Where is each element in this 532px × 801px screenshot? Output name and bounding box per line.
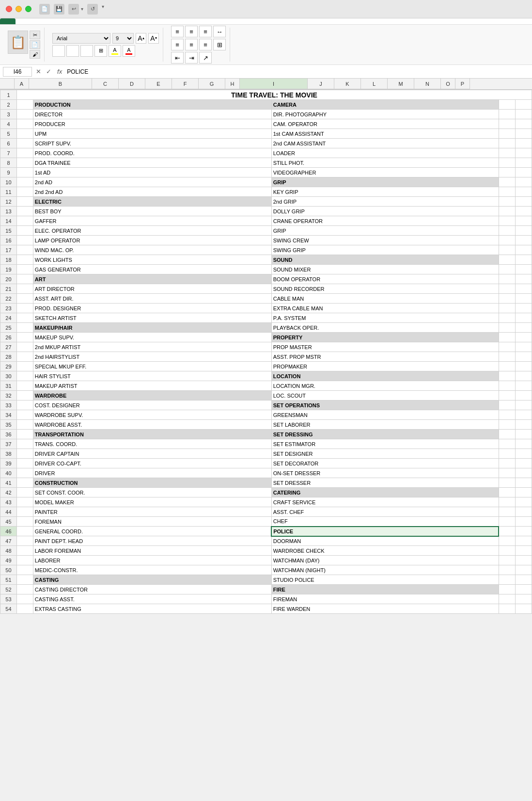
cell-38-p[interactable] <box>515 449 532 459</box>
cell-38-i[interactable]: SET DESIGNER <box>271 449 499 459</box>
cell-11-b[interactable]: 2nd 2nd AD <box>33 187 271 197</box>
cell-43-b[interactable]: MODEL MAKER <box>33 497 271 507</box>
cell-54-b[interactable]: EXTRAS CASTING <box>33 604 271 614</box>
table-row[interactable]: 21ART DIRECTORSOUND RECORDER <box>0 284 532 294</box>
cell-25-o[interactable] <box>499 323 515 333</box>
cell-14-b[interactable]: GAFFER <box>33 216 271 226</box>
cell-47-b[interactable]: PAINT DEPT. HEAD <box>33 536 271 546</box>
cell-30-i[interactable]: LOCATION <box>271 371 499 381</box>
cell-31-p[interactable] <box>515 381 532 391</box>
table-row[interactable]: 18WORK LIGHTSSOUND <box>0 255 532 265</box>
cell-7-a[interactable] <box>16 148 33 158</box>
cell-18-i[interactable]: SOUND <box>271 255 499 265</box>
cell-7-p[interactable] <box>515 148 532 158</box>
cell-35-o[interactable] <box>499 420 515 430</box>
cell-42-p[interactable] <box>515 488 532 497</box>
col-header-o[interactable]: O <box>441 79 455 89</box>
cell-49-a[interactable] <box>16 556 33 565</box>
table-row[interactable]: 33COST. DESIGNERSET OPERATIONS <box>0 400 532 410</box>
tab-formulas[interactable] <box>47 18 62 24</box>
cell-21-i[interactable]: SOUND RECORDER <box>271 284 499 294</box>
cell-51-a[interactable] <box>16 575 33 585</box>
cell-11-a[interactable] <box>16 187 33 197</box>
cell-31-a[interactable] <box>16 381 33 391</box>
cell-41-a[interactable] <box>16 478 33 488</box>
fill-color-button[interactable]: A <box>109 45 121 57</box>
cell-20-b[interactable]: ART <box>33 274 271 284</box>
cell-24-a[interactable] <box>16 313 33 323</box>
table-row[interactable]: 272nd MKUP ARTISTPROP MASTER <box>0 342 532 352</box>
cell-14-a[interactable] <box>16 216 33 226</box>
cell-10-i[interactable]: GRIP <box>271 177 499 187</box>
font-color-button[interactable]: A <box>123 45 135 57</box>
formula-input[interactable] <box>67 68 529 75</box>
cell-37-i[interactable]: SET ESTIMATOR <box>271 439 499 449</box>
cell-23-o[interactable] <box>499 304 515 313</box>
cell-3-b[interactable]: DIRECTOR <box>33 110 271 119</box>
col-header-a[interactable]: A <box>15 79 29 89</box>
new-doc-icon[interactable]: 📄 <box>39 4 50 15</box>
format-painter-icon[interactable]: 🖌 <box>30 50 40 59</box>
cell-4-p[interactable] <box>515 119 532 129</box>
col-header-k[interactable]: K <box>334 79 361 89</box>
cell-6-o[interactable] <box>499 139 515 148</box>
cell-24-p[interactable] <box>515 313 532 323</box>
cell-49-p[interactable] <box>515 556 532 565</box>
font-name-select[interactable]: Arial <box>52 33 110 44</box>
cell-41-p[interactable] <box>515 478 532 488</box>
col-header-g[interactable]: G <box>199 79 225 89</box>
cell-44-i[interactable]: ASST. CHEF <box>271 507 499 517</box>
cell-15-o[interactable] <box>499 226 515 236</box>
cell-34-b[interactable]: WARDROBE SUPV. <box>33 410 271 420</box>
tab-view[interactable] <box>93 18 109 24</box>
cell-51-o[interactable] <box>499 575 515 585</box>
cell-30-b[interactable]: HAIR STYLIST <box>33 371 271 381</box>
cell-49-i[interactable]: WATCHMAN (DAY) <box>271 556 499 565</box>
col-header-d[interactable]: D <box>119 79 145 89</box>
cell-7-i[interactable]: LOADER <box>271 148 499 158</box>
cell-45-a[interactable] <box>16 517 33 527</box>
cell-13-p[interactable] <box>515 207 532 216</box>
cell-52-a[interactable] <box>16 585 33 594</box>
cell-33-b[interactable]: COST. DESIGNER <box>33 400 271 410</box>
cell-52-i[interactable]: FIRE <box>271 585 499 594</box>
cell-7-b[interactable]: PROD. COORD. <box>33 148 271 158</box>
cell-16-a[interactable] <box>16 236 33 245</box>
cell-31-o[interactable] <box>499 381 515 391</box>
window-controls[interactable] <box>6 6 31 12</box>
table-row[interactable]: 282nd HAIRSTYLISTASST. PROP MSTR <box>0 352 532 362</box>
cell-52-b[interactable]: CASTING DIRECTOR <box>33 585 271 594</box>
undo-icon[interactable]: ↩ <box>68 4 79 15</box>
cell-20-p[interactable] <box>515 274 532 284</box>
table-row[interactable]: 43MODEL MAKERCRAFT SERVICE <box>0 497 532 507</box>
tab-data[interactable] <box>62 18 78 24</box>
table-row[interactable]: 31MAKEUP ARTISTLOCATION MGR. <box>0 381 532 391</box>
cell-30-a[interactable] <box>16 371 33 381</box>
cell-39-a[interactable] <box>16 459 33 468</box>
table-row[interactable]: 38DRIVER CAPTAINSET DESIGNER <box>0 449 532 459</box>
decrease-font-btn[interactable]: A▾ <box>148 33 159 44</box>
cell-35-p[interactable] <box>515 420 532 430</box>
col-header-m[interactable]: M <box>388 79 414 89</box>
cell-18-b[interactable]: WORK LIGHTS <box>33 255 271 265</box>
cell-22-i[interactable]: CABLE MAN <box>271 294 499 304</box>
cell-40-a[interactable] <box>16 468 33 478</box>
table-row[interactable]: 40DRIVERON-SET DRESSER <box>0 468 532 478</box>
align-left-btn[interactable]: ≡ <box>171 39 184 50</box>
cell-35-a[interactable] <box>16 420 33 430</box>
cell-50-i[interactable]: WATCHMAN (NIGHT) <box>271 565 499 575</box>
cell-30-p[interactable] <box>515 371 532 381</box>
col-header-f[interactable]: F <box>172 79 199 89</box>
cell-26-i[interactable]: PROPERTY <box>271 333 499 342</box>
table-row[interactable]: 32WARDROBELOC. SCOUT <box>0 391 532 400</box>
cell-28-b[interactable]: 2nd HAIRSTYLIST <box>33 352 271 362</box>
cell-25-b[interactable]: MAKEUP/HAIR <box>33 323 271 333</box>
cell-16-b[interactable]: LAMP OPERATOR <box>33 236 271 245</box>
cell-44-o[interactable] <box>499 507 515 517</box>
cell-21-o[interactable] <box>499 284 515 294</box>
cell-39-p[interactable] <box>515 459 532 468</box>
table-row[interactable]: 5UPM1st CAM ASSISTANT <box>0 129 532 139</box>
cell-26-b[interactable]: MAKEUP SUPV. <box>33 333 271 342</box>
cell-46-b[interactable]: GENERAL COORD. <box>33 527 271 536</box>
cell-22-o[interactable] <box>499 294 515 304</box>
